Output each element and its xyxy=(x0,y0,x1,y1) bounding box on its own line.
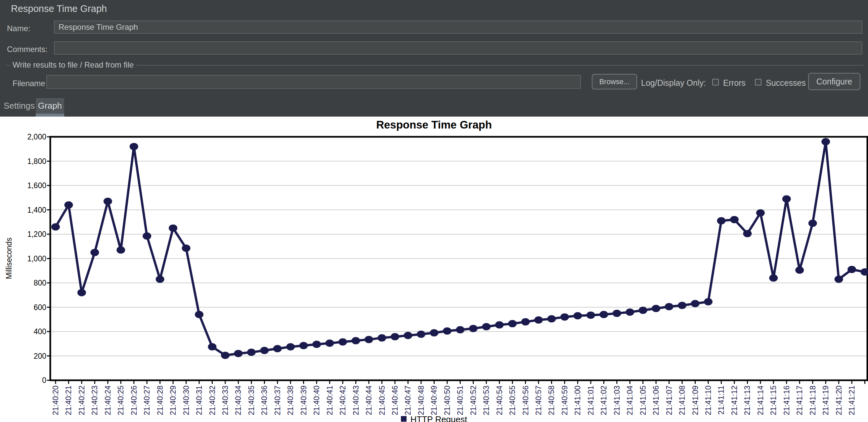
configure-button[interactable]: Configure xyxy=(808,73,860,90)
data-point xyxy=(417,331,425,338)
x-tick-label: 21:40:32 xyxy=(208,386,217,415)
comments-label: Comments: xyxy=(7,45,48,54)
y-tick-label: 1,200 xyxy=(7,230,46,239)
x-tick-label: 21:40:22 xyxy=(77,386,86,415)
x-tick-label: 21:41:10 xyxy=(704,386,713,415)
x-tick-label: 21:41:03 xyxy=(612,386,622,415)
x-tick-label: 21:41:19 xyxy=(821,386,830,415)
successes-checkbox[interactable] xyxy=(755,79,762,85)
x-tick-label: 21:40:55 xyxy=(508,386,517,415)
chart-plot-area xyxy=(0,117,868,422)
x-tick-label: 21:41:12 xyxy=(730,386,739,415)
data-point xyxy=(665,303,674,310)
x-tick-label: 21:41:21 xyxy=(847,386,857,415)
x-tick-label: 21:40:44 xyxy=(364,386,373,415)
data-point xyxy=(861,268,868,276)
data-point xyxy=(469,325,478,332)
filename-input[interactable] xyxy=(46,75,581,89)
data-point xyxy=(404,332,412,339)
x-tick-label: 21:40:37 xyxy=(273,386,282,415)
data-point xyxy=(78,289,86,296)
y-tick-label: 1,400 xyxy=(7,206,46,215)
y-tick-label: 400 xyxy=(7,327,46,336)
tab-settings[interactable]: Settings xyxy=(3,98,36,114)
x-tick-label: 21:41:15 xyxy=(769,386,778,415)
log-display-only-label: Log/Display Only: xyxy=(641,78,706,88)
x-tick-label: 21:41:20 xyxy=(834,386,843,415)
x-tick-label: 21:41:16 xyxy=(782,386,791,415)
data-point xyxy=(169,225,177,232)
x-tick-label: 21:40:52 xyxy=(469,386,478,415)
data-point xyxy=(730,216,739,223)
data-point xyxy=(599,311,608,318)
x-tick-label: 21:40:24 xyxy=(103,386,113,415)
x-tick-label: 21:41:05 xyxy=(639,386,648,415)
successes-label: Successes xyxy=(766,78,806,88)
data-point xyxy=(717,217,725,225)
data-point xyxy=(560,313,569,321)
data-point xyxy=(391,333,399,340)
x-tick-label: 21:41:09 xyxy=(691,386,700,415)
x-tick-label: 21:41:08 xyxy=(678,386,687,415)
x-tick-label: 21:40:26 xyxy=(129,386,138,415)
x-tick-label: 21:40:47 xyxy=(403,386,412,415)
data-point xyxy=(625,308,634,316)
data-point xyxy=(273,345,282,352)
x-tick-label: 21:41:01 xyxy=(586,386,595,415)
y-tick-label: 0 xyxy=(7,376,46,385)
x-tick-label: 21:40:46 xyxy=(390,386,400,415)
x-tick-label: 21:40:48 xyxy=(416,386,426,415)
comments-input[interactable] xyxy=(54,41,862,55)
x-tick-label: 21:40:43 xyxy=(351,386,361,415)
x-tick-label: 21:40:30 xyxy=(182,386,191,415)
x-tick-label: 21:41:17 xyxy=(795,386,804,415)
data-point xyxy=(443,327,452,335)
x-tick-label: 21:41:11 xyxy=(716,386,726,415)
y-tick-label: 1,000 xyxy=(7,254,46,263)
x-tick-label: 21:40:54 xyxy=(495,386,504,415)
data-point xyxy=(378,334,386,341)
data-point xyxy=(247,348,256,356)
data-point xyxy=(795,266,804,274)
x-tick-label: 21:40:39 xyxy=(299,386,308,415)
tab-graph-indicator xyxy=(36,114,64,117)
data-point xyxy=(143,232,151,240)
x-tick-label: 21:40:23 xyxy=(90,386,99,415)
x-tick-label: 21:40:41 xyxy=(325,386,335,415)
data-point xyxy=(822,138,830,145)
data-point xyxy=(835,276,843,283)
x-tick-label: 21:40:51 xyxy=(456,386,465,415)
chart-legend: HTTP Request xyxy=(0,414,868,422)
x-tick-label: 21:40:27 xyxy=(142,386,152,415)
data-point xyxy=(613,310,621,317)
browse-button[interactable]: Browse... xyxy=(592,74,637,89)
errors-checkbox[interactable] xyxy=(712,79,719,85)
data-point xyxy=(847,266,856,273)
x-tick-label: 21:40:42 xyxy=(338,386,347,415)
data-point xyxy=(221,352,229,359)
data-point xyxy=(769,274,778,282)
data-point xyxy=(534,316,543,323)
data-point xyxy=(234,350,243,357)
legend-series-name: HTTP Request xyxy=(410,414,467,422)
page-title: Response Time Graph xyxy=(11,3,107,14)
x-tick-label: 21:41:14 xyxy=(756,386,765,415)
response-time-chart: Response Time Graph Milliseconds 0200400… xyxy=(0,117,868,422)
data-point xyxy=(521,318,530,326)
data-point xyxy=(326,339,334,347)
data-point xyxy=(51,223,60,230)
x-tick-label: 21:40:31 xyxy=(194,386,204,415)
series-line xyxy=(56,142,865,356)
data-point xyxy=(573,312,582,319)
data-point xyxy=(430,329,438,337)
x-tick-label: 21:40:38 xyxy=(286,386,295,415)
x-tick-label: 21:40:57 xyxy=(534,386,543,415)
name-input[interactable] xyxy=(54,21,862,34)
data-point xyxy=(808,220,817,227)
x-tick-label: 21:40:50 xyxy=(443,386,452,415)
legend-swatch xyxy=(401,416,407,422)
tab-graph[interactable]: Graph xyxy=(36,98,64,114)
data-point xyxy=(103,198,112,205)
data-point xyxy=(338,338,347,345)
data-point xyxy=(90,249,99,256)
